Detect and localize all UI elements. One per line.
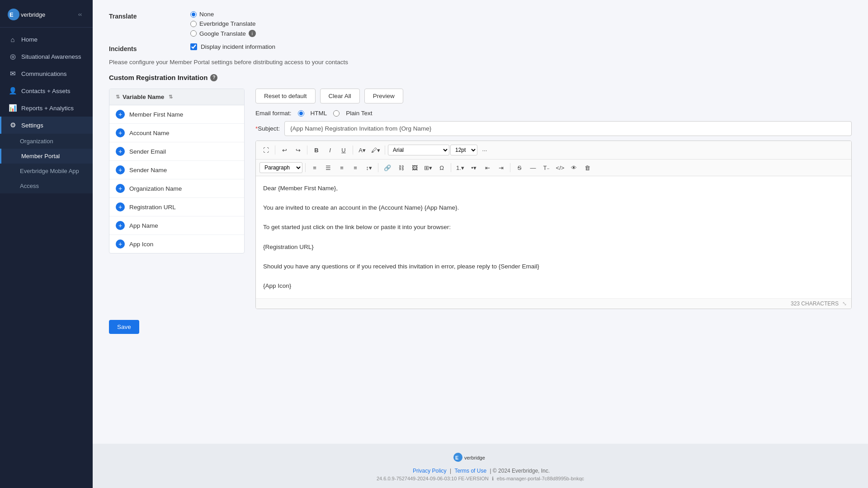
add-registration-url-btn[interactable]: + xyxy=(116,202,125,211)
variable-row-app-name[interactable]: + App Name xyxy=(109,216,244,235)
variable-row-member-first-name[interactable]: + Member First Name xyxy=(109,105,244,124)
indent-btn[interactable]: ⇥ xyxy=(495,161,507,174)
email-format-html-radio[interactable] xyxy=(298,110,304,117)
redo-btn[interactable]: ↪ xyxy=(292,144,304,156)
custom-registration-help-icon[interactable]: ? xyxy=(210,74,217,81)
translate-google-info-icon[interactable]: i xyxy=(249,30,256,37)
resize-handle[interactable]: ⤡ xyxy=(842,300,847,307)
variable-row-sender-email[interactable]: + Sender Email xyxy=(109,142,244,161)
sidebar-item-label: Reports + Analytics xyxy=(21,105,74,112)
sidebar-item-settings[interactable]: ⚙ Settings xyxy=(0,117,93,134)
main-content: Translate None Everbridge Translate Goog… xyxy=(93,0,868,488)
footer-logo: E verbridge xyxy=(100,452,861,464)
variable-row-account-name[interactable]: + Account Name xyxy=(109,124,244,142)
add-account-name-btn[interactable]: + xyxy=(116,128,125,137)
sidebar-item-communications[interactable]: ✉ Communications xyxy=(0,65,93,82)
right-panel: Reset to default Clear All Preview Email… xyxy=(255,89,852,309)
translate-section: Translate None Everbridge Translate Goog… xyxy=(109,11,852,37)
variable-row-sender-name[interactable]: + Sender Name xyxy=(109,161,244,179)
preview-toggle-btn[interactable]: 👁 xyxy=(567,161,580,174)
line-height-btn[interactable]: ↕▾ xyxy=(363,161,375,174)
align-center-btn[interactable]: ☰ xyxy=(322,161,335,174)
add-sender-email-btn[interactable]: + xyxy=(116,147,125,156)
align-right-btn[interactable]: ≡ xyxy=(335,161,348,174)
fullscreen-btn[interactable]: ⛶ xyxy=(259,144,272,156)
image-btn[interactable]: 🖼 xyxy=(408,161,421,174)
add-app-icon-btn[interactable]: + xyxy=(116,239,125,249)
editor-body[interactable]: Dear {Member First Name}, You are invite… xyxy=(256,176,851,298)
italic-btn[interactable]: I xyxy=(324,144,336,156)
outdent-btn[interactable]: ⇤ xyxy=(481,161,494,174)
subject-label: *Subject: xyxy=(255,125,280,132)
translate-none-radio[interactable] xyxy=(190,11,197,18)
delete-btn[interactable]: 🗑 xyxy=(581,161,594,174)
more-options-btn[interactable]: ··· xyxy=(478,144,491,156)
email-format-plain-radio[interactable] xyxy=(333,110,340,117)
translate-everbridge-radio[interactable] xyxy=(190,21,197,27)
font-family-select[interactable]: Arial Times New Roman Courier New xyxy=(388,145,449,155)
variable-row-organization-name[interactable]: + Organization Name xyxy=(109,179,244,198)
subscript-btn[interactable]: T₋ xyxy=(540,161,553,174)
email-format-plain-label: Plain Text xyxy=(346,110,372,117)
underline-btn[interactable]: U xyxy=(337,144,350,156)
variable-row-registration-url[interactable]: + Registration URL xyxy=(109,198,244,216)
translate-label: Translate xyxy=(109,11,190,20)
translate-google-radio[interactable] xyxy=(190,30,197,37)
translate-none-row: None xyxy=(190,11,256,18)
variable-sort-icon: ⇅ xyxy=(169,94,173,100)
sidebar-item-situational-awareness[interactable]: ◎ Situational Awareness xyxy=(0,48,93,65)
sidebar-nav: ⌂ Home ◎ Situational Awareness ✉ Communi… xyxy=(0,28,93,488)
reset-to-default-button[interactable]: Reset to default xyxy=(255,89,316,103)
sidebar-item-contacts-assets[interactable]: 👤 Contacts + Assets xyxy=(0,82,93,99)
add-app-name-btn[interactable]: + xyxy=(116,221,125,230)
font-color-btn[interactable]: A▾ xyxy=(356,144,368,156)
sidebar-item-access[interactable]: Access xyxy=(0,178,93,193)
sidebar-item-reports-analytics[interactable]: 📊 Reports + Analytics xyxy=(0,99,93,117)
translate-google-row: Google Translate i xyxy=(190,30,256,37)
unlink-btn[interactable]: ⛓ xyxy=(395,161,407,174)
editor-footer: 323 CHARACTERS ⤡ xyxy=(256,298,851,309)
clear-all-button[interactable]: Clear All xyxy=(320,89,360,103)
sidebar-item-everbridge-mobile-app[interactable]: Everbridge Mobile App xyxy=(0,164,93,178)
subject-input[interactable] xyxy=(284,121,852,136)
variable-table-header: ⇅ Variable Name ⇅ xyxy=(109,89,244,105)
link-btn[interactable]: 🔗 xyxy=(381,161,394,174)
table-btn[interactable]: ⊞▾ xyxy=(422,161,434,174)
undo-btn[interactable]: ↩ xyxy=(278,144,291,156)
align-left-btn[interactable]: ≡ xyxy=(308,161,321,174)
unordered-list-btn[interactable]: •▾ xyxy=(467,161,480,174)
special-char-btn[interactable]: Ω xyxy=(435,161,448,174)
incidents-checkbox[interactable] xyxy=(190,43,197,50)
add-organization-name-btn[interactable]: + xyxy=(116,184,125,193)
sidebar-item-organization[interactable]: Organization xyxy=(0,134,93,149)
privacy-policy-link[interactable]: Privacy Policy xyxy=(413,468,447,474)
sidebar: E verbridge ‹‹ ⌂ Home ◎ Situational Awar… xyxy=(0,0,93,488)
highlight-btn[interactable]: 🖊▾ xyxy=(369,144,382,156)
editor-toolbar-row2: Paragraph Heading 1 Heading 2 ≡ ☰ ≡ ≡ ↕▾… xyxy=(256,160,851,176)
sidebar-collapse-button[interactable]: ‹‹ xyxy=(75,9,85,20)
sidebar-item-home[interactable]: ⌂ Home xyxy=(0,31,93,48)
align-justify-btn[interactable]: ≡ xyxy=(349,161,362,174)
preview-button[interactable]: Preview xyxy=(364,89,403,103)
save-button[interactable]: Save xyxy=(109,320,139,334)
hr-btn[interactable]: — xyxy=(527,161,539,174)
strikethrough-btn[interactable]: S xyxy=(513,161,526,174)
code-btn[interactable]: </> xyxy=(554,161,566,174)
settings-icon: ⚙ xyxy=(9,121,17,129)
bold-btn[interactable]: B xyxy=(310,144,323,156)
font-size-select[interactable]: 12pt 10pt 14pt 16pt xyxy=(450,145,477,155)
situational-awareness-icon: ◎ xyxy=(9,52,17,61)
sidebar-item-member-portal[interactable]: Member Portal xyxy=(0,149,93,164)
add-member-first-name-btn[interactable]: + xyxy=(116,110,125,119)
translate-everbridge-row: Everbridge Translate xyxy=(190,20,256,27)
custom-registration-title: Custom Registration Invitation ? xyxy=(109,74,852,81)
add-sender-name-btn[interactable]: + xyxy=(116,165,125,174)
sort-icon: ⇅ xyxy=(116,94,120,100)
variable-row-app-icon[interactable]: + App Icon xyxy=(109,235,244,253)
footer: E verbridge Privacy Policy | Terms of Us… xyxy=(93,444,868,488)
paragraph-select[interactable]: Paragraph Heading 1 Heading 2 xyxy=(259,162,302,173)
toolbar-separator xyxy=(510,163,510,172)
terms-of-use-link[interactable]: Terms of Use xyxy=(454,468,486,474)
incidents-checkbox-label: Display incident information xyxy=(201,43,275,50)
ordered-list-btn[interactable]: 1.▾ xyxy=(454,161,467,174)
